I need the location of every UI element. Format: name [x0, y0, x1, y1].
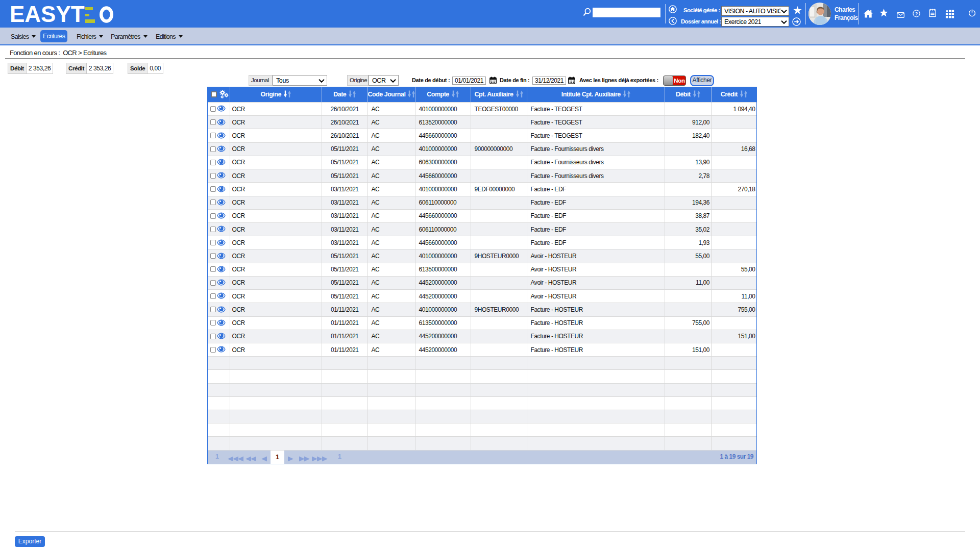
svg-text:?: ?: [915, 11, 918, 16]
